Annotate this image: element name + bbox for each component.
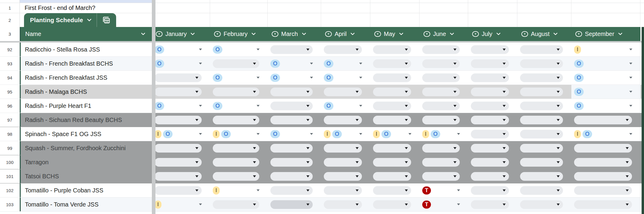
month-cell-august[interactable] [517,198,571,211]
dropdown-pill[interactable] [155,172,202,181]
month-cell-july[interactable] [468,127,517,141]
dropdown-pill[interactable] [422,45,460,54]
dropdown-pill[interactable] [373,102,411,110]
row-number[interactable]: 98 [0,127,20,141]
month-cell-september[interactable] [571,198,640,211]
month-cell-april[interactable]: O [321,57,370,70]
chevron-down-icon[interactable] [399,33,403,35]
month-cell-january[interactable]: IO [152,127,210,141]
dropdown-pill[interactable] [520,59,563,68]
dropdown-pill[interactable] [471,102,509,110]
chevron-down-icon[interactable] [87,19,92,22]
month-cell-august[interactable] [517,183,571,197]
column-header-april[interactable]: April [321,27,370,41]
month-cell-april[interactable] [321,169,370,183]
dropdown-pill[interactable] [213,200,259,209]
status-chip-i[interactable]: I [213,186,220,195]
month-cell-june[interactable] [420,57,468,70]
month-cell-august[interactable] [517,85,571,99]
month-cell-april[interactable] [321,155,370,169]
month-cell-january[interactable] [152,113,210,127]
dropdown-pill[interactable] [213,172,259,181]
row-number[interactable]: 99 [0,141,20,155]
status-chip-o[interactable]: O [574,60,584,68]
row-number[interactable]: 92 [0,43,20,56]
month-cell-march[interactable] [268,85,321,99]
plant-name-cell[interactable]: Tomatillo - Toma Verde JSS [20,198,152,211]
plant-name-cell[interactable]: Radish - French Breakfast BCHS [20,57,152,70]
status-chip-o[interactable]: O [574,74,584,82]
month-cell-january[interactable] [152,155,210,169]
month-cell-july[interactable] [468,169,517,183]
dropdown-pill[interactable] [574,186,632,195]
dropdown-pill[interactable] [422,172,460,181]
dropdown-pill[interactable] [373,116,411,124]
chevron-down-icon[interactable] [302,33,306,35]
dropdown-pill[interactable] [155,116,202,124]
month-cell-march[interactable] [268,99,321,113]
dropdown-pill[interactable] [574,116,632,124]
dropdown-pill[interactable] [422,102,460,110]
month-cell-august[interactable] [517,155,571,169]
row-number[interactable]: 1 [0,3,20,13]
dropdown-pill[interactable] [373,88,411,96]
month-cell-august[interactable] [517,43,571,56]
month-cell-march[interactable]: O [268,71,321,85]
dropdown-pill[interactable] [155,73,202,82]
month-cell-february[interactable] [210,85,268,99]
column-header-march[interactable]: March [268,27,321,41]
dropdown-pill[interactable] [213,158,259,167]
plant-name-cell[interactable]: Tatsoi BCHS [20,169,152,183]
status-chip-o[interactable]: O [324,74,333,82]
month-cell-february[interactable] [210,169,268,183]
month-cell-september[interactable] [571,141,640,155]
note-cell[interactable]: First Frost - end of March? [20,3,152,13]
month-cell-april[interactable] [321,113,370,127]
status-chip-o[interactable]: O [213,46,222,54]
dropdown-pill[interactable] [270,144,313,153]
month-cell-january[interactable]: O [152,57,210,70]
status-chip-o[interactable]: O [324,102,333,110]
dropdown-pill[interactable] [520,116,563,124]
dropdown-pill[interactable] [520,200,563,209]
month-cell-july[interactable] [468,43,517,56]
month-cell-july[interactable] [468,183,517,197]
month-cell-june[interactable] [420,85,468,99]
status-chip-o[interactable]: O [431,130,440,138]
dropdown-pill[interactable] [520,45,563,54]
dropdown-pill[interactable] [471,116,509,124]
dropdown-pill[interactable] [520,73,563,82]
dropdown-pill[interactable] [270,200,313,209]
plant-name-cell[interactable]: Radish - Purple Heart F1 [20,99,152,113]
month-cell-july[interactable] [468,85,517,99]
dropdown-pill[interactable] [155,144,202,153]
month-cell-july[interactable] [468,57,517,70]
dropdown-pill[interactable] [270,88,313,96]
column-header-september[interactable]: September [571,27,640,41]
status-chip-o[interactable]: O [221,130,231,138]
month-cell-march[interactable]: O [268,57,321,70]
month-cell-august[interactable] [517,141,571,155]
status-chip-o[interactable]: O [270,60,280,68]
dropdown-pill[interactable] [373,186,411,195]
status-chip-i[interactable]: I [213,130,220,138]
status-chip-o[interactable]: O [213,74,222,82]
month-cell-may[interactable] [370,169,420,183]
dropdown-pill[interactable] [520,144,563,153]
dropdown-pill[interactable] [324,45,362,54]
month-cell-may[interactable] [370,155,420,169]
month-cell-march[interactable]: O [268,127,321,141]
month-cell-april[interactable] [321,183,370,197]
table-name-tab[interactable]: Planting Schedule [24,13,116,27]
dropdown-pill[interactable] [270,158,313,167]
month-cell-june[interactable] [420,71,468,85]
month-cell-september[interactable]: O [571,99,640,113]
month-cell-june[interactable]: T [420,183,468,197]
dropdown-pill[interactable] [574,144,632,153]
month-cell-january[interactable] [152,141,210,155]
month-cell-june[interactable] [420,43,468,56]
status-chip-o[interactable]: O [332,130,342,138]
dropdown-pill[interactable] [520,186,563,195]
month-cell-january[interactable] [152,169,210,183]
month-cell-may[interactable] [370,43,420,56]
